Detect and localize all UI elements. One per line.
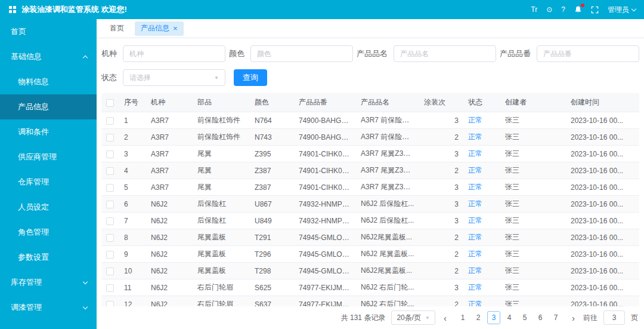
chevron-down-icon [631, 6, 636, 11]
sidebar-item[interactable]: 基础信息 [0, 44, 97, 69]
row-checkbox[interactable] [106, 234, 114, 242]
prev-page-button[interactable]: ‹ [441, 313, 449, 322]
row-checkbox[interactable] [106, 201, 114, 208]
table-cell: N6J2 后保险杠... [356, 213, 419, 229]
table-cell: 74900-BAHG00... [294, 112, 356, 129]
sidebar-item[interactable]: 角色管理 [0, 220, 97, 245]
page-number[interactable]: 2 [472, 311, 485, 324]
row-checkbox[interactable] [106, 167, 114, 175]
table-cell: 2 [419, 296, 463, 307]
user-menu[interactable]: 管理员 [608, 5, 636, 15]
table-cell: 右后门轮眉 [193, 296, 250, 307]
row-checkbox[interactable] [106, 284, 114, 292]
table-cell: 74945-GMLO0... [294, 246, 356, 263]
user-name: 管理员 [608, 5, 629, 15]
chevron-down-icon [83, 279, 88, 284]
row-checkbox[interactable] [106, 301, 114, 306]
column-header: 产品品名 [356, 93, 419, 112]
status-select[interactable]: 请选择▼ [123, 69, 225, 86]
table-cell: 张三 [500, 129, 566, 146]
sidebar-item[interactable]: 库存管理 [0, 270, 97, 295]
fullscreen-icon[interactable] [591, 6, 599, 14]
table-cell: 正常 [463, 196, 500, 213]
sidebar-item[interactable]: 调漆管理 [0, 295, 97, 320]
table-cell: 74945-GMLO0... [294, 263, 356, 279]
table-cell: 9 [119, 246, 146, 263]
table-cell: 2023-10-16 00... [566, 213, 639, 229]
goto-page-input[interactable] [603, 310, 625, 325]
table-cell: A3R7 前保险杠... [356, 112, 419, 129]
select-all-header-cell [101, 93, 119, 112]
tab-label: 产品信息 [141, 23, 169, 33]
table-row: 8N6J2尾翼盖板T29174945-GMLO0...N6J2尾翼盖板...2正… [101, 229, 639, 246]
filter-field: 产品品番 [500, 45, 639, 62]
notification-icon[interactable] [574, 5, 582, 14]
color-input[interactable] [250, 45, 353, 62]
filter-field: 状态请选择▼ [101, 69, 225, 86]
search-button[interactable]: 查询 [234, 69, 267, 86]
page-number[interactable]: 5 [518, 311, 531, 324]
select-all-checkbox[interactable] [106, 99, 114, 107]
filter-field: 机种 [101, 45, 225, 62]
table-cell: 正常 [463, 112, 500, 129]
page-number[interactable]: 7 [549, 311, 562, 324]
sidebar-item[interactable]: 参数设置 [0, 245, 97, 270]
table-cell: 尾翼 [193, 162, 250, 179]
language-icon[interactable]: Tr [531, 6, 537, 13]
close-icon[interactable]: × [173, 24, 178, 32]
product-table: 序号机种部品颜色产品品番产品品名涂装次状态创建者创建时间 1A3R7前保险杠饰件… [101, 93, 639, 306]
table-cell: 尾翼盖板 [193, 246, 250, 263]
table-cell: 7 [119, 213, 146, 229]
page-size-select[interactable]: 20条/页 ▼ [391, 310, 435, 325]
table-row: 11N6J2右后门轮眉S62574977-EKIJM0...N6J2 右后门轮.… [101, 279, 639, 296]
table-cell: 张三 [500, 162, 566, 179]
page-number[interactable]: 1 [456, 311, 469, 324]
sidebar-item[interactable]: 人员设定 [0, 195, 97, 220]
row-checkbox[interactable] [106, 217, 114, 225]
sidebar-item[interactable]: 仓库管理 [0, 170, 97, 195]
table-cell: 张三 [500, 229, 566, 246]
tab[interactable]: 产品信息× [135, 21, 184, 36]
checkbox-cell [101, 162, 119, 179]
sidebar-item[interactable]: 首页 [0, 19, 97, 44]
table-cell: T296 [250, 246, 294, 263]
next-page-button[interactable]: › [569, 313, 577, 322]
sidebar-item[interactable]: 供应商管理 [0, 144, 97, 170]
sidebar-item-label: 基础信息 [11, 51, 42, 62]
help-icon[interactable]: ? [561, 6, 565, 13]
row-checkbox[interactable] [106, 134, 114, 142]
table-cell: 3 [419, 196, 463, 213]
table-cell: 2 [419, 263, 463, 279]
page-number[interactable]: 6 [534, 311, 547, 324]
row-checkbox[interactable] [106, 251, 114, 259]
table-cell: 2 [419, 162, 463, 179]
table-cell: 2 [419, 229, 463, 246]
row-checkbox[interactable] [106, 267, 114, 275]
table-cell: S637 [250, 296, 294, 307]
row-checkbox[interactable] [106, 184, 114, 192]
table-cell: 正常 [463, 146, 500, 162]
table-cell: N743 [250, 129, 294, 146]
table-row: 9N6J2尾翼盖板T29674945-GMLO0...N6J2 尾翼盖板...2… [101, 246, 639, 263]
table-row: 7N6J2后保险杠U84974932-HNMP0...N6J2 后保险杠...3… [101, 213, 639, 229]
page-number[interactable]: 4 [503, 311, 516, 324]
sidebar-item[interactable]: 物料信息 [0, 69, 97, 94]
page-number[interactable]: 3 [487, 311, 500, 324]
sidebar-item[interactable]: 产品信息 [0, 94, 97, 119]
row-checkbox[interactable] [106, 117, 114, 125]
table-cell: N6J2 [146, 196, 193, 213]
sidebar-item[interactable]: 调和条件 [0, 119, 97, 144]
select-placeholder: 请选择 [129, 73, 151, 83]
machine-type-input[interactable] [123, 45, 225, 62]
theme-icon[interactable]: ⊙ [546, 6, 552, 13]
table-cell: N6J2 后保险杠... [356, 196, 419, 213]
table-cell: 74900-BAHG00... [294, 129, 356, 146]
table-cell: 12 [119, 296, 146, 307]
product-number-input[interactable] [537, 45, 639, 62]
table-cell: 2023-10-16 00... [566, 179, 639, 196]
checkbox-cell [101, 213, 119, 229]
row-checkbox[interactable] [106, 150, 114, 158]
sidebar-item-label: 角色管理 [18, 227, 49, 238]
tab[interactable]: 首页 [104, 21, 130, 36]
product-name-input[interactable] [394, 45, 496, 62]
